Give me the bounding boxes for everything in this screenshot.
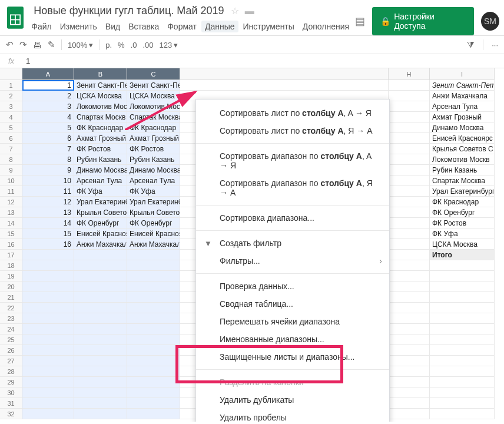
cell[interactable]: [389, 260, 430, 271]
col-header-A[interactable]: A: [22, 68, 74, 80]
cell[interactable]: [389, 186, 430, 197]
cell[interactable]: [389, 377, 430, 387]
row-header[interactable]: 28: [0, 366, 22, 377]
row-header[interactable]: 24: [0, 324, 22, 334]
cell[interactable]: [389, 398, 430, 409]
cell[interactable]: [430, 387, 495, 398]
cell[interactable]: [389, 144, 430, 154]
select-all-corner[interactable]: [0, 68, 22, 80]
cell[interactable]: [74, 250, 127, 260]
cell[interactable]: Арсенал Тула: [74, 175, 127, 186]
cell[interactable]: [127, 281, 180, 292]
cell[interactable]: [74, 387, 127, 398]
cell[interactable]: 11: [22, 186, 74, 197]
cell[interactable]: [74, 271, 127, 281]
cell[interactable]: Енисей Красноярс: [430, 133, 495, 144]
row-header[interactable]: 1: [0, 80, 22, 91]
cell[interactable]: [127, 260, 180, 271]
cell[interactable]: [22, 260, 74, 271]
number-format-select[interactable]: 123▾: [160, 41, 178, 49]
cell[interactable]: 10: [22, 175, 74, 186]
dd-sort-sheet-za[interactable]: Сортировать лист по столбцу A, Я → A: [196, 122, 389, 140]
cell[interactable]: [22, 313, 74, 324]
row-header[interactable]: 20: [0, 281, 22, 292]
cell[interactable]: 2: [22, 91, 74, 101]
cell[interactable]: ФК Ростов: [127, 144, 180, 154]
comment-icon[interactable]: ▤: [355, 15, 365, 28]
cell[interactable]: 13: [22, 207, 74, 218]
cell[interactable]: Зенит Санкт-Петер: [430, 80, 495, 91]
cell[interactable]: [127, 250, 180, 260]
row-header[interactable]: 16: [0, 239, 22, 250]
row-header[interactable]: 27: [0, 356, 22, 366]
cell[interactable]: [389, 366, 430, 377]
cell[interactable]: [127, 271, 180, 281]
cell[interactable]: [22, 409, 74, 419]
cell[interactable]: Рубин Казань: [74, 154, 127, 165]
cell[interactable]: [127, 345, 180, 356]
cell[interactable]: 12: [22, 197, 74, 207]
cell[interactable]: [430, 409, 495, 419]
cell[interactable]: [22, 345, 74, 356]
cell[interactable]: Крылья Советов С: [430, 144, 495, 154]
cell[interactable]: ФК Краснодар: [430, 197, 495, 207]
zoom-select[interactable]: 100% ▾: [68, 41, 93, 49]
cell[interactable]: [74, 292, 127, 303]
col-header-B[interactable]: B: [74, 68, 127, 80]
cell[interactable]: Ахмат Грозный: [127, 133, 180, 144]
cell[interactable]: [430, 377, 495, 387]
row-header[interactable]: 8: [0, 154, 22, 165]
cell[interactable]: Ахмат Грозный: [430, 112, 495, 122]
cell[interactable]: [389, 165, 430, 175]
cell[interactable]: [430, 345, 495, 356]
toolbar-more[interactable]: ···: [492, 41, 498, 49]
menu-view[interactable]: Вид: [105, 22, 120, 31]
cell[interactable]: Крылья Советов Са: [127, 207, 180, 218]
cell[interactable]: [74, 334, 127, 345]
cell[interactable]: [389, 91, 430, 101]
cell[interactable]: [430, 334, 495, 345]
cell[interactable]: [74, 345, 127, 356]
cell[interactable]: [389, 271, 430, 281]
cell[interactable]: [127, 303, 180, 313]
cell[interactable]: [22, 387, 74, 398]
paint-format-icon[interactable]: ✎: [48, 39, 55, 50]
percent-format[interactable]: %: [118, 41, 125, 49]
cell[interactable]: Урал Екатеринб: [74, 197, 127, 207]
cell[interactable]: Анжи Махачкала: [127, 239, 180, 250]
row-header[interactable]: 29: [0, 377, 22, 387]
cell[interactable]: 4: [22, 112, 74, 122]
row-header[interactable]: 26: [0, 345, 22, 356]
cell[interactable]: [127, 313, 180, 324]
folder-icon[interactable]: ▬: [245, 6, 254, 16]
row-header[interactable]: 7: [0, 144, 22, 154]
cell[interactable]: [430, 398, 495, 409]
cell[interactable]: Динамо Москва: [430, 122, 495, 133]
row-header[interactable]: 22: [0, 303, 22, 313]
cell[interactable]: Итого: [430, 250, 495, 260]
increase-decimal[interactable]: .00: [143, 41, 154, 49]
cell[interactable]: [74, 260, 127, 271]
cell[interactable]: Ахмат Грозный: [74, 133, 127, 144]
avatar[interactable]: SM: [481, 12, 499, 31]
cell[interactable]: Урал Екатеринбург: [430, 186, 495, 197]
row-header[interactable]: 13: [0, 207, 22, 218]
cell[interactable]: Анжи Махачкала: [430, 91, 495, 101]
cell[interactable]: [430, 366, 495, 377]
cell[interactable]: ФК Уфа: [74, 186, 127, 197]
cell[interactable]: [430, 313, 495, 324]
cell[interactable]: [389, 133, 430, 144]
cell[interactable]: [22, 398, 74, 409]
cell[interactable]: 5: [22, 122, 74, 133]
currency-format[interactable]: р.: [105, 41, 112, 49]
row-header[interactable]: 32: [0, 409, 22, 419]
cell[interactable]: [389, 101, 430, 112]
cell[interactable]: [389, 228, 430, 239]
cell[interactable]: Анжи Махачкал: [74, 239, 127, 250]
row-header[interactable]: 10: [0, 175, 22, 186]
cell[interactable]: [127, 366, 180, 377]
menu-data[interactable]: Данные: [201, 21, 238, 32]
row-header[interactable]: 5: [0, 122, 22, 133]
cell[interactable]: [22, 324, 74, 334]
cell[interactable]: [74, 356, 127, 366]
